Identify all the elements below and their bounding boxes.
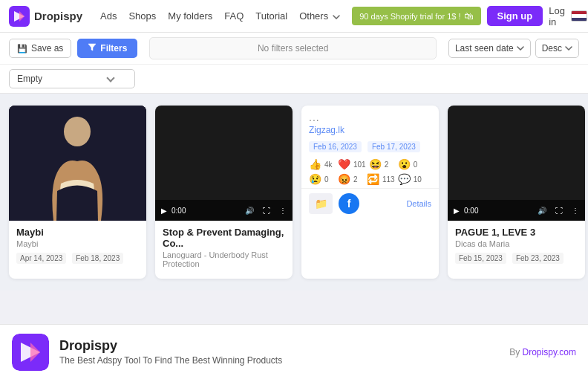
card-body-2: Stop & Prevent Damaging, Co... Lanoguard… [155, 221, 293, 279]
top-controls: 💾 Save as Filters No filters selected La… [0, 33, 588, 94]
card-title-4: PAGUE 1, LEVE 3 [455, 227, 578, 238]
shopify-trial-button[interactable]: 90 days Shopify trial for 1$ ! 🛍 [352, 7, 480, 25]
card-special-header: ... Zigzag.lk [301, 106, 439, 138]
card-title-2: Stop & Prevent Damaging, Co... [163, 227, 285, 249]
promo-by: By Dropispy.com [509, 347, 576, 357]
shopify-icon: 🛍 [464, 10, 474, 22]
card-media-1[interactable] [9, 106, 146, 221]
card-dates-4: Feb 15, 2023 Feb 23, 2023 [455, 253, 578, 264]
video-time-2: 0:00 [172, 207, 186, 215]
card-subtitle-4: Dicas da Maria [455, 239, 578, 248]
filter-funnel-icon [88, 43, 97, 54]
card-body-4: PAGUE 1, LEVE 3 Dicas da Maria Feb 15, 2… [448, 221, 585, 270]
empty-dropdown[interactable]: Empty [9, 69, 135, 88]
card-zigzag: ... Zigzag.lk Feb 16, 2023 Feb 17, 2023 … [301, 106, 439, 279]
card-dates-1: Apr 14, 2023 Feb 18, 2023 [16, 253, 139, 264]
more-icon-2[interactable]: ⋮ [279, 207, 287, 215]
play-icon-2[interactable]: ▶ [161, 207, 167, 215]
sad-count: 0 [324, 175, 335, 184]
signup-button[interactable]: Sign up [487, 6, 543, 26]
facebook-button[interactable]: f [339, 193, 359, 214]
details-button[interactable]: Details [406, 199, 431, 208]
wow-emoji[interactable]: 😮 [398, 158, 411, 170]
nav-ads[interactable]: Ads [100, 10, 117, 22]
person-silhouette-icon [9, 106, 146, 221]
logo-text: Dropispy [34, 10, 82, 22]
more-icon-4[interactable]: ⋮ [572, 207, 579, 215]
navbar-right: 90 days Shopify trial for 1$ ! 🛍 Sign up… [352, 5, 588, 27]
card-maybi: Maybi Maybi Apr 14, 2023 Feb 18, 2023 [9, 106, 146, 279]
nav-shops[interactable]: Shops [128, 10, 156, 22]
reaction-dates: Feb 16, 2023 Feb 17, 2023 [301, 138, 439, 155]
haha-count: 2 [385, 161, 395, 169]
site-name: Zigzag.lk [309, 125, 431, 135]
expand-icon-4[interactable]: ⛶ [555, 207, 563, 215]
order-chevron-icon [565, 46, 572, 51]
volume-icon-4[interactable]: 🔊 [538, 207, 546, 215]
folder-button[interactable]: 📁 [309, 193, 333, 214]
love-emoji[interactable]: ❤️ [338, 158, 350, 170]
nav-tutorial[interactable]: Tutorial [255, 10, 287, 22]
card-date-start-4: Feb 15, 2023 [455, 253, 506, 264]
share-emoji[interactable]: 🔁 [367, 173, 379, 185]
haha-emoji[interactable]: 😆 [369, 158, 382, 170]
filters-button[interactable]: Filters [77, 39, 137, 58]
dots-menu-icon[interactable]: ... [309, 111, 431, 123]
card-date-end-1: Feb 18, 2023 [72, 253, 123, 264]
like-emoji[interactable]: 👍 [309, 158, 321, 170]
play-bar-2: ▶ 0:00 🔊 ⛶ ⋮ [155, 200, 293, 221]
sad-emoji[interactable]: 😢 [309, 173, 321, 185]
save-as-button[interactable]: 💾 Save as [9, 39, 71, 58]
cards-area: Maybi Maybi Apr 14, 2023 Feb 18, 2023 ▶ … [0, 94, 588, 291]
card-media-2[interactable]: ▶ 0:00 🔊 ⛶ ⋮ [155, 106, 293, 221]
promo-subtitle: The Best Adspy Tool To Find The Best Win… [59, 355, 499, 366]
reaction-date-2: Feb 17, 2023 [368, 141, 420, 152]
language-selector[interactable] [571, 10, 588, 22]
play-icon-4[interactable]: ▶ [454, 207, 460, 215]
promo-logo [12, 334, 49, 371]
promo-text: Dropispy The Best Adspy Tool To Find The… [59, 338, 499, 366]
sort-order-selector[interactable]: Desc [535, 39, 579, 58]
card-body-1: Maybi Maybi Apr 14, 2023 Feb 18, 2023 [9, 221, 146, 270]
nav-my-folders[interactable]: My folders [168, 10, 212, 22]
filter-row: 💾 Save as Filters No filters selected La… [0, 33, 588, 65]
save-icon: 💾 [17, 44, 27, 54]
like-count: 4k [324, 161, 335, 169]
card-date-start-1: Apr 14, 2023 [16, 253, 66, 264]
svg-point-4 [64, 117, 91, 146]
expand-icon-2[interactable]: ⛶ [263, 207, 270, 215]
wow-count: 0 [414, 161, 424, 169]
angry-emoji[interactable]: 😡 [338, 173, 350, 185]
us-flag-icon [571, 10, 587, 22]
empty-chevron-icon [106, 74, 114, 82]
navbar: Dropispy Ads Shops My folders FAQ Tutori… [0, 0, 588, 33]
chevron-down-icon [333, 15, 340, 19]
comment-emoji[interactable]: 💬 [398, 173, 411, 185]
angry-count: 2 [353, 175, 364, 184]
dropispy-logo-icon [9, 6, 30, 27]
sort-by-selector[interactable]: Last seen date [448, 39, 531, 58]
card-title-1: Maybi [16, 227, 139, 238]
login-button[interactable]: Log in [549, 5, 565, 27]
card-date-end-4: Feb 23, 2023 [512, 253, 564, 264]
promo-bar: Dropispy The Best Adspy Tool To Find The… [0, 324, 588, 379]
card-media-4[interactable]: ▶ 0:00 🔊 ⛶ ⋮ [448, 106, 585, 221]
card-dicas: ▶ 0:00 🔊 ⛶ ⋮ PAGUE 1, LEVE 3 Dicas da Ma… [448, 106, 585, 279]
card-special-footer: 📁 f Details [301, 188, 439, 218]
promo-logo-icon [12, 334, 49, 371]
card-subtitle-1: Maybi [16, 239, 139, 248]
promo-title: Dropispy [59, 338, 499, 354]
logo-area[interactable]: Dropispy [9, 6, 82, 27]
comment-count: 10 [414, 175, 424, 184]
reactions-row: 👍 4k ❤️ 101 😆 2 😮 0 😢 0 😡 2 🔁 113 💬 10 [301, 155, 439, 188]
no-filters-indicator: No filters selected [149, 37, 437, 59]
play-bar-4: ▶ 0:00 🔊 ⛶ ⋮ [448, 200, 585, 221]
nav-others[interactable]: Others [299, 10, 340, 22]
promo-by-brand: Dropispy.com [523, 347, 576, 357]
volume-icon-2[interactable]: 🔊 [245, 207, 254, 215]
nav-faq[interactable]: FAQ [224, 10, 244, 22]
share-count: 113 [382, 175, 395, 184]
card-subtitle-2: Lanoguard - Underbody Rust Protection [163, 250, 285, 268]
empty-filter-row: Empty [0, 65, 588, 93]
love-count: 101 [353, 161, 366, 169]
